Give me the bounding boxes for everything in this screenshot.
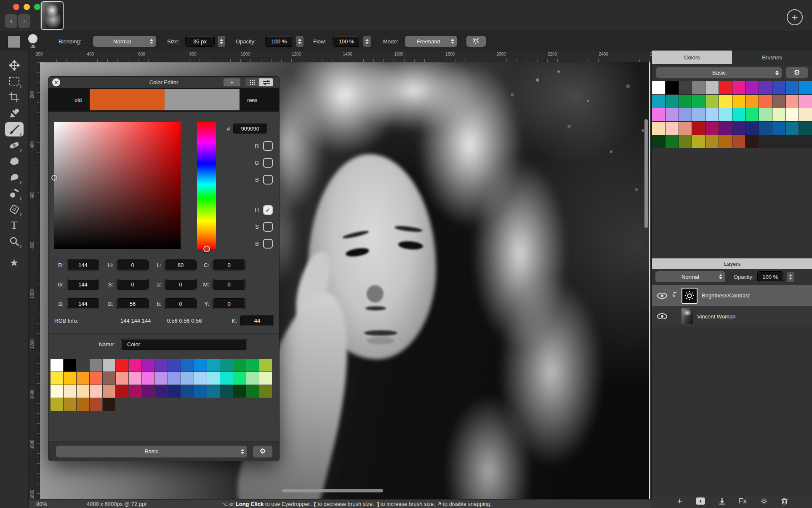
- color-swatch[interactable]: [679, 108, 692, 121]
- color-swatch[interactable]: [759, 81, 772, 94]
- crop-tool[interactable]: [5, 90, 24, 104]
- blend-mode-dropdown[interactable]: Normal: [655, 271, 725, 282]
- color-swatch[interactable]: [692, 135, 705, 148]
- add-swatch-button[interactable]: +: [224, 78, 240, 86]
- add-layer-button[interactable]: +: [677, 496, 682, 507]
- color-swatch[interactable]: [745, 95, 759, 108]
- color-swatch[interactable]: [168, 385, 181, 398]
- color-swatch[interactable]: [259, 372, 272, 385]
- value-input-k[interactable]: 44: [240, 315, 274, 326]
- size-stepper[interactable]: [218, 36, 225, 47]
- color-swatch[interactable]: [116, 385, 128, 398]
- layers-panel-header[interactable]: Layers: [652, 258, 812, 269]
- color-swatch[interactable]: [259, 359, 272, 372]
- smudge-tool[interactable]: ❯: [5, 170, 24, 184]
- color-swatch[interactable]: [745, 122, 759, 135]
- color-swatch[interactable]: [77, 385, 89, 398]
- color-swatch[interactable]: [90, 398, 102, 411]
- value-input-g[interactable]: 144: [67, 279, 99, 290]
- value-input-b[interactable]: 144: [67, 298, 99, 309]
- channel-checkbox-s[interactable]: [263, 222, 273, 232]
- color-swatch[interactable]: [194, 372, 207, 385]
- color-swatch[interactable]: [719, 95, 732, 108]
- color-swatch[interactable]: [679, 81, 692, 94]
- color-swatch[interactable]: [51, 385, 63, 398]
- color-swatch[interactable]: [719, 81, 732, 94]
- color-swatch[interactable]: [706, 81, 719, 94]
- size-input[interactable]: 35 px: [185, 36, 215, 47]
- color-swatch[interactable]: [90, 385, 102, 398]
- color-swatch[interactable]: [679, 95, 692, 108]
- move-tool[interactable]: [5, 58, 24, 72]
- color-swatch[interactable]: [207, 359, 220, 372]
- color-swatch[interactable]: [745, 81, 759, 94]
- color-swatch[interactable]: [732, 95, 745, 108]
- color-swatch[interactable]: [772, 81, 785, 94]
- horizontal-scrollbar[interactable]: [282, 489, 383, 492]
- palette-settings-button[interactable]: ⚙: [253, 446, 272, 457]
- color-swatch[interactable]: [181, 372, 194, 385]
- color-swatch[interactable]: [220, 385, 233, 398]
- saturation-handle[interactable]: [51, 175, 57, 181]
- color-swatch[interactable]: [233, 385, 246, 398]
- color-swatch[interactable]: [679, 135, 692, 148]
- forward-button[interactable]: ›: [18, 14, 30, 28]
- color-swatch[interactable]: [129, 372, 141, 385]
- layer-effects-button[interactable]: Fx: [739, 497, 747, 505]
- color-swatch[interactable]: [692, 122, 705, 135]
- hex-input[interactable]: 909090: [233, 123, 267, 134]
- color-swatch[interactable]: [706, 122, 719, 135]
- color-swatch[interactable]: [732, 108, 745, 121]
- color-swatch[interactable]: [142, 359, 154, 372]
- color-swatch[interactable]: [90, 359, 102, 372]
- close-dialog-icon[interactable]: ×: [52, 78, 60, 86]
- color-swatch[interactable]: [799, 122, 812, 135]
- layer-row-vincent-woman[interactable]: Vincent Woman: [652, 306, 812, 326]
- color-swatch[interactable]: [692, 108, 705, 121]
- stabilizer-button[interactable]: [466, 36, 486, 47]
- channel-checkbox-b[interactable]: [263, 175, 273, 184]
- palette-settings-button[interactable]: ⚙: [786, 67, 808, 78]
- color-swatch[interactable]: [77, 398, 89, 411]
- color-swatch[interactable]: [168, 372, 181, 385]
- fill-tool[interactable]: ❯: [5, 202, 24, 217]
- color-swatch[interactable]: [772, 108, 785, 121]
- color-swatch[interactable]: [64, 372, 76, 385]
- opacity-input[interactable]: 100 %: [265, 36, 293, 47]
- color-swatch[interactable]: [719, 108, 732, 121]
- color-swatch[interactable]: [772, 95, 785, 108]
- color-swatch[interactable]: [155, 385, 168, 398]
- value-input-m[interactable]: 0: [213, 279, 245, 290]
- color-swatch[interactable]: [51, 372, 63, 385]
- zoom-tool[interactable]: ❯: [5, 234, 24, 249]
- color-swatch[interactable]: [745, 135, 759, 148]
- color-swatch[interactable]: [64, 359, 76, 372]
- favorites-tool[interactable]: ★: [5, 256, 24, 270]
- color-swatch[interactable]: [692, 81, 705, 94]
- color-swatch[interactable]: [732, 122, 745, 135]
- color-swatch[interactable]: [207, 385, 220, 398]
- value-input-r[interactable]: 144: [67, 259, 99, 270]
- channel-checkbox-r[interactable]: [263, 141, 273, 151]
- document-thumbnail[interactable]: [41, 1, 64, 30]
- value-input-l[interactable]: 60: [165, 259, 197, 270]
- add-new-button[interactable]: +: [787, 9, 803, 25]
- color-swatch[interactable]: [652, 135, 665, 148]
- tab-brushes[interactable]: Brushes: [732, 51, 812, 64]
- channel-checkbox-g[interactable]: [263, 158, 273, 168]
- color-swatch[interactable]: [666, 108, 679, 121]
- color-swatch[interactable]: [103, 385, 115, 398]
- hue-slider[interactable]: [197, 122, 216, 249]
- value-input-lab-b[interactable]: 0: [165, 298, 197, 309]
- mode-dropdown[interactable]: Freehand: [405, 36, 457, 47]
- color-swatch[interactable]: [155, 359, 168, 372]
- color-swatch[interactable]: [103, 372, 115, 385]
- layer-row-brightness-contrast[interactable]: Brightness/Contrast: [652, 285, 812, 306]
- color-swatch[interactable]: [666, 95, 679, 108]
- color-swatch[interactable]: [719, 135, 732, 148]
- palette-category-dropdown[interactable]: Basic: [56, 446, 247, 457]
- color-swatch[interactable]: [207, 372, 220, 385]
- layer-opacity-stepper[interactable]: [787, 272, 794, 282]
- color-swatch[interactable]: [706, 135, 719, 148]
- marquee-select-tool[interactable]: ❯: [5, 74, 24, 88]
